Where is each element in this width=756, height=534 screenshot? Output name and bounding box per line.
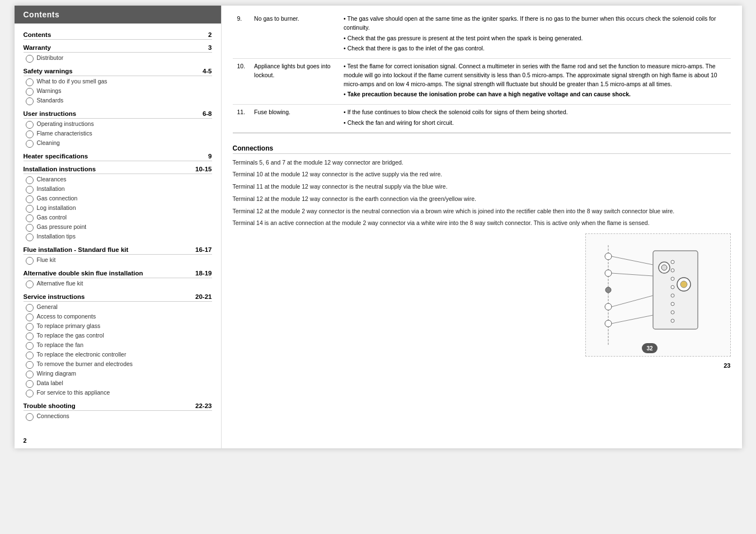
toc-bullet-icon [26,380,34,388]
toc-sub-item: Gas connection [26,194,212,204]
svg-point-10 [680,281,687,288]
toc-main-item: Service instructions20-21 [24,291,212,302]
toc-sub-item: Installation tips [26,232,212,242]
toc-section: Trouble shooting22-23Connections [24,400,212,421]
toc-section: Alternative double skin flue installatio… [24,268,212,289]
toc-sub-label: Wiring diagram [37,370,77,377]
toc-section: User instructions6-8Operating instructio… [24,108,212,148]
toc-sub-item: To remove the burner and electrodes [26,360,212,369]
toc-sub-label: To replace the gas control [37,332,104,339]
toc-bullet-icon [26,304,34,312]
toc-sub-item: For service to this appliance [26,388,212,398]
toc-bullet-icon [26,342,34,350]
toc-sub-label: Data label [37,380,63,386]
trouble-number: 11. [233,105,250,133]
toc-sub-item: Data label [26,379,212,388]
toc-sub-item: Installation [26,185,212,194]
action-bullet: • Check that the gas pressure is present… [344,34,726,43]
toc-bullet-icon [26,205,34,213]
svg-point-24 [671,319,674,322]
right-panel: 9.No gas to burner.• The gas valve shoul… [222,6,742,448]
toc-main-item: Trouble shooting22-23 [24,400,212,411]
svg-point-20 [671,285,674,289]
toc-sub-items: What to do if you smell gasWarningsStand… [24,77,212,106]
toc-main-label: Warranty [24,44,51,51]
toc-sub-items: Alternative flue kit [24,279,212,289]
toc-main-item: Safety warnings4-5 [24,65,212,76]
svg-point-2 [605,270,612,277]
toc-section: Flue installation - Standard flue kit16-… [24,244,212,265]
toc-sub-items: Distributor [24,54,212,63]
connections-section: Connections Terminals 5, 6 and 7 at the … [233,144,731,228]
table-row: 10.Appliance lights but goes into lockou… [233,59,731,105]
action-bullet: • Check that there is gas to the inlet o… [344,44,726,53]
wiring-diagram: 32 [585,233,731,357]
trouble-number: 9. [233,11,250,59]
toc-sub-items: Operating instructionsFlame characterist… [24,120,212,148]
toc-sub-item: Distributor [26,54,212,63]
svg-point-18 [671,269,674,272]
wiring-diagram-svg: 32 [586,234,731,357]
svg-point-5 [605,320,612,327]
toc-page-num: 9 [208,153,212,160]
toc-sub-item: To replace the electronic controller [26,350,212,360]
toc-sub-label: To remove the burner and electrodes [37,360,133,367]
toc-section: Heater specifications9 [24,151,212,161]
svg-line-16 [612,315,653,324]
svg-line-13 [612,256,653,265]
toc-sub-label: Operating instructions [37,120,94,127]
toc-main-label: Installation instructions [24,166,96,172]
toc-sub-label: Connections [37,413,69,419]
toc-sub-label: Gas connection [37,195,78,202]
toc-bullet-icon [26,371,34,378]
toc-sub-label: For service to this appliance [37,389,110,396]
contents-header: Contents [15,6,221,24]
svg-line-15 [612,296,653,307]
connections-title: Connections [233,144,731,154]
contents-header-label: Contents [24,10,60,19]
toc-main-label: Trouble shooting [24,402,76,409]
trouble-description: Appliance lights but goes into lockout. [250,59,339,105]
toc-main-label: Contents [24,31,51,38]
trouble-description: No gas to burner. [250,11,339,59]
toc-sub-label: Warnings [37,87,62,94]
connections-paragraph: Terminal 12 at the module 12 way connect… [233,195,731,204]
toc-bullet-icon [26,88,34,96]
action-bullet: • The gas valve should open at the same … [344,15,726,32]
toc-page-num: 4-5 [203,68,212,74]
toc-bullet-icon [26,352,34,359]
toc-main-label: Heater specifications [24,153,88,160]
toc-main-label: User instructions [24,110,77,117]
toc-bullet-icon [26,176,34,184]
toc-bullet-icon [26,55,34,63]
trouble-actions: • The gas valve should open at the same … [339,11,730,59]
toc-main-item: Warranty3 [24,42,212,53]
toc-bullet-icon [26,140,34,148]
toc-bullet-icon [26,313,34,321]
toc-sub-item: To replace primary glass [26,322,212,331]
toc-page-num: 2 [208,31,212,38]
toc-main-item: Installation instructions10-15 [24,163,212,174]
toc-sub-label: General [37,303,58,310]
toc-sub-label: Standards [37,97,64,104]
toc-bullet-icon [26,280,34,288]
trouble-number: 10. [233,59,250,105]
toc-bullet-icon [26,361,34,369]
left-page-number: 2 [15,433,221,448]
toc-sub-label: Access to components [37,313,96,320]
toc-bullet-icon [26,390,34,397]
toc-sub-label: To replace primary glass [37,322,101,329]
toc-sub-item: Gas pressure point [26,223,212,232]
action-bullet: • Check the fan and wiring for short cir… [344,119,726,128]
svg-point-17 [671,260,674,264]
toc-sub-label: Flue kit [37,256,56,263]
toc-section: Warranty3Distributor [24,42,212,63]
toc-bullet-icon [26,97,34,105]
toc-sub-item: Operating instructions [26,120,212,129]
toc-main-item: Contents2 [24,29,212,40]
toc-bullet-icon [26,195,34,203]
toc-sub-item: Log installation [26,204,212,213]
toc-sub-item: Access to components [26,312,212,322]
toc-page-num: 20-21 [195,293,212,300]
toc-main-label: Flue installation - Standard flue kit [24,246,129,253]
